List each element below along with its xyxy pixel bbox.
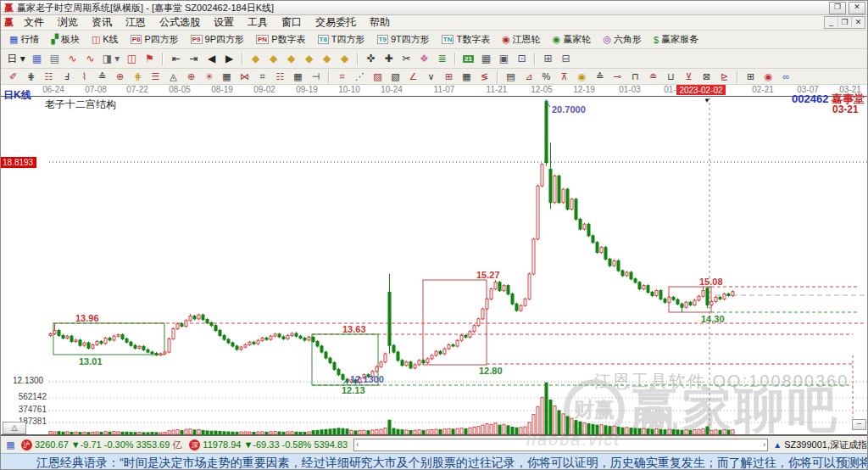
crosshair-tool[interactable]: ✚ — [381, 52, 397, 66]
magic-tool[interactable]: ❖ — [416, 52, 432, 66]
lollipop-tool[interactable]: ⊸ — [609, 70, 626, 83]
last-bar-button[interactable]: ⇥ — [186, 52, 202, 66]
t-square-button[interactable]: T8T四方形 — [314, 32, 369, 47]
list-button[interactable]: ▤ — [47, 52, 63, 66]
close-button[interactable]: ✕ — [849, 2, 865, 14]
hash-tool[interactable]: ⋕ — [130, 70, 146, 83]
t-number-table-button[interactable]: TNT数字表 — [438, 32, 493, 47]
remote-2-button[interactable]: ⊟ — [558, 52, 574, 66]
menu-file[interactable]: 文件 — [17, 15, 51, 29]
restore-button[interactable]: ❐ — [829, 2, 846, 14]
p-number-table-button[interactable]: PNP数字表 — [253, 32, 309, 47]
angle-tool-1[interactable]: ≙ — [94, 70, 110, 83]
quotes-button[interactable]: ▦行情 — [6, 32, 42, 47]
volume-pane-expander-button[interactable]: △ — [3, 422, 26, 434]
collapse-button[interactable]: – — [852, 419, 866, 430]
percent-tool[interactable]: % — [538, 70, 554, 83]
candlestick-plot[interactable]: 06-2407-0807-2208-0508-1909-0209-1910-10… — [1, 85, 868, 435]
kline-box-tool[interactable]: ◫ — [124, 52, 140, 66]
diamond-tool-1[interactable]: ◆ — [248, 52, 264, 66]
first-bar-button[interactable]: ⇤ — [168, 52, 184, 66]
tick-tool[interactable]: ⊣ — [308, 70, 324, 83]
tri-right-tool[interactable]: ⊵ — [716, 70, 732, 83]
window-grid-button[interactable]: ▦ — [29, 52, 45, 66]
nine-t-square-button[interactable]: T99T四方形 — [374, 32, 433, 47]
nine-p-square-button[interactable]: P99P四方形 — [187, 32, 248, 47]
menu-news[interactable]: 资讯 — [85, 15, 119, 29]
menu-tools[interactable]: 工具 — [241, 15, 275, 29]
angle-tool-2[interactable]: ∠ — [405, 70, 421, 83]
cap-tool[interactable]: ⊓ — [627, 70, 643, 83]
scissors-tool[interactable]: ✂ — [398, 52, 415, 66]
menu-trade-order[interactable]: 交易委托 — [309, 15, 363, 29]
notes-button[interactable]: ▣ — [496, 52, 512, 66]
lattice-tool[interactable]: ⌗ — [254, 70, 270, 83]
cup-tool[interactable]: ⊔ — [663, 70, 679, 83]
hand-tool[interactable]: ✜ — [363, 52, 379, 66]
menu-settings[interactable]: 设置 — [207, 15, 241, 29]
boxed-x-tool[interactable]: ⊠ — [698, 70, 715, 83]
circle-cross-tool[interactable]: ⊕ — [112, 70, 128, 83]
mesh-tool[interactable]: ▦ — [459, 70, 475, 83]
zigzag-tool[interactable]: ≶ — [476, 70, 492, 83]
menu-browse[interactable]: 浏览 — [51, 15, 85, 29]
bands-tool[interactable]: ☷ — [41, 70, 57, 83]
diamond-tool-2[interactable]: ◆ — [265, 52, 281, 66]
menu-gann[interactable]: 江恩 — [119, 15, 153, 29]
scroll-left-arrow[interactable]: ‹ — [356, 440, 359, 449]
estimate-tool[interactable]: ≙ — [592, 70, 608, 83]
scroll-right-arrow[interactable]: › — [763, 440, 765, 449]
taiji-button[interactable]: ◉ — [760, 70, 776, 83]
shade-tool-1[interactable]: ▨ — [370, 70, 386, 83]
hexagon-button[interactable]: ◎六角形 — [599, 32, 645, 47]
vee-tool[interactable]: ∨ — [423, 70, 439, 83]
shade-tool-2[interactable]: ▧ — [387, 70, 403, 83]
diamond-tool-3[interactable]: ◆ — [283, 52, 299, 66]
shanghai-index-icon[interactable]: 沪 — [21, 439, 32, 450]
period-dropdown[interactable]: 日 ▾ — [5, 52, 27, 66]
square-grid-tool[interactable]: ⊞ — [441, 70, 457, 83]
spring-tool[interactable]: ⌇ — [76, 70, 92, 83]
matrix-button[interactable]: ⊞ — [743, 70, 759, 83]
kline-button[interactable]: ◫K线 — [88, 32, 122, 47]
wave-tool-1[interactable]: ∿ — [64, 52, 81, 66]
diamond-tool-5[interactable]: ◆ — [319, 52, 335, 66]
mdi-minimize-button[interactable]: _ — [825, 17, 837, 28]
table-tool[interactable]: ▦ — [290, 70, 306, 83]
kline-chart-area[interactable]: 江恩工具软件 QQ:100800360 财赢 赢家聊吧 06-2407-0807… — [1, 85, 868, 435]
style-dropdown[interactable]: ◨ ▾ — [100, 52, 122, 66]
save-button[interactable]: ⊡ — [514, 52, 530, 66]
remote-1-button[interactable]: ⊞ — [540, 52, 556, 66]
triangle-tool[interactable]: ◬ — [165, 70, 181, 83]
calendar-button[interactable]: 21 — [460, 52, 476, 66]
diamond-tool-6[interactable]: ◆ — [337, 52, 353, 66]
flag-tool[interactable]: ⚑ — [142, 52, 158, 66]
mdi-restore-button[interactable]: ❐ — [837, 17, 851, 28]
keyboard-wizard-icon[interactable]: ▦ — [4, 439, 17, 450]
menu-formula-stock-pick[interactable]: 公式选股 — [153, 15, 207, 29]
bowtie-tool[interactable]: ⋈ — [236, 70, 253, 83]
corresponds-tool[interactable]: ≘ — [645, 70, 661, 83]
statusbar-symbol-panel[interactable]: ▲ SZ399001,深证成指 — [773, 439, 867, 451]
target-tool[interactable]: ⊕ — [183, 70, 199, 83]
diamond-tool-4[interactable]: ◆ — [301, 52, 317, 66]
mdi-close-button[interactable]: ✕ — [851, 17, 865, 28]
sectors-button[interactable]: ▞板块 — [47, 32, 82, 47]
star-tool[interactable]: ✳ — [201, 70, 217, 83]
gann-box-tool[interactable]: ⌗ — [334, 70, 350, 83]
gann-wheel-button[interactable]: ◉江恩轮 — [498, 32, 544, 47]
wedge-tool[interactable]: ⊿ — [520, 70, 537, 83]
grid-tool[interactable]: ▦ — [219, 70, 235, 83]
menu-help[interactable]: 帮助 — [363, 15, 397, 29]
gann-grid-tool[interactable]: ⋕ — [23, 70, 39, 83]
prev-bar-button[interactable]: ◀ — [203, 52, 220, 66]
ratio-tool[interactable]: ▤ — [503, 70, 519, 83]
wave-tool-2[interactable]: ∿ — [82, 52, 98, 66]
flip-tool[interactable]: Ⅎ — [58, 70, 75, 83]
winner-wheel-button[interactable]: ◉赢家轮 — [549, 32, 595, 47]
tri-lines-tool[interactable]: ☰ — [147, 70, 164, 83]
xor-tool[interactable]: ⊻ — [681, 70, 697, 83]
nand-tool[interactable]: ⊼ — [556, 70, 572, 83]
fan-tool[interactable]: ⋰ — [352, 70, 368, 83]
p-square-button[interactable]: P8P四方形 — [127, 32, 182, 47]
